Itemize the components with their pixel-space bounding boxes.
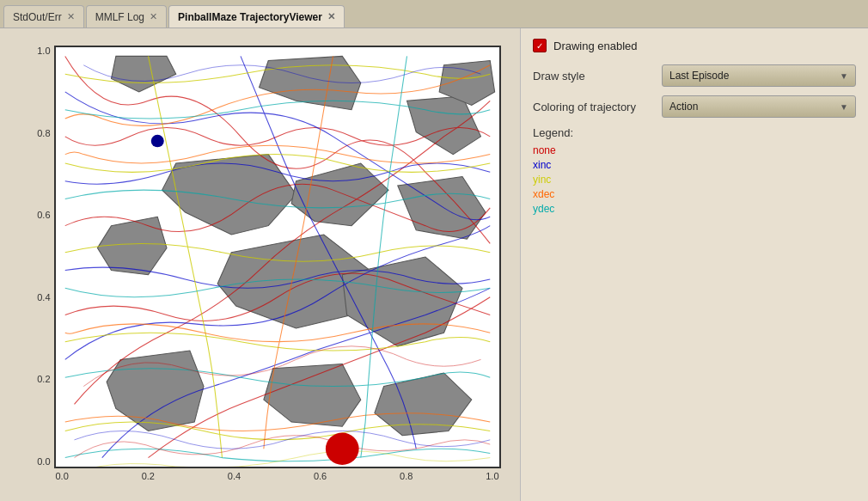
- y-label-0.4: 0.4: [37, 292, 50, 302]
- tab-mmlf-label: MMLF Log: [95, 11, 144, 23]
- y-label-0.6: 0.6: [37, 210, 50, 220]
- drawing-enabled-label: Drawing enabled: [553, 40, 638, 52]
- drawing-enabled-checkbox[interactable]: ✓: [533, 39, 547, 52]
- tab-stdout-label: StdOut/Err: [13, 11, 62, 23]
- legend-yinc: yinc: [533, 174, 856, 186]
- control-panel: ✓ Drawing enabled Draw style Last Episod…: [520, 28, 868, 501]
- tab-mmlf[interactable]: MMLF Log ✕: [86, 5, 167, 27]
- tab-bar: StdOut/Err ✕ MMLF Log ✕ PinballMaze Traj…: [0, 0, 868, 27]
- x-label-0.8: 0.8: [400, 471, 413, 481]
- svg-point-15: [325, 433, 358, 465]
- draw-style-value: Last Episode: [669, 70, 729, 82]
- coloring-dropdown[interactable]: Action ▼: [662, 95, 856, 118]
- x-label-0.4: 0.4: [228, 471, 241, 481]
- chart-container: 1.0 0.8 0.6 0.4 0.2 0.0: [20, 46, 501, 484]
- coloring-value: Action: [669, 101, 698, 113]
- x-axis: 0.0 0.2 0.4 0.6 0.8 1.0: [54, 468, 501, 484]
- legend-xdec: xdec: [533, 188, 856, 200]
- tab-stdout[interactable]: StdOut/Err ✕: [3, 5, 84, 27]
- legend-none: none: [533, 144, 856, 156]
- x-label-1.0: 1.0: [486, 471, 498, 481]
- x-label-0.0: 0.0: [56, 471, 69, 481]
- x-label-0.6: 0.6: [314, 471, 327, 481]
- legend-section: Legend: none xinc yinc xdec ydec: [533, 126, 856, 215]
- draw-style-row: Draw style Last Episode ▼: [533, 64, 856, 87]
- viewer-panel: 1.0 0.8 0.6 0.4 0.2 0.0: [0, 28, 520, 501]
- coloring-arrow: ▼: [840, 102, 848, 112]
- drawing-enabled-row: ✓ Drawing enabled: [533, 39, 856, 52]
- draw-style-arrow: ▼: [840, 71, 848, 81]
- tab-trajectory-label: PinballMaze TrajectoryViewer: [178, 11, 322, 23]
- main-content: 1.0 0.8 0.6 0.4 0.2 0.0: [0, 27, 868, 501]
- plot-area: [54, 46, 501, 468]
- coloring-row: Coloring of trajectory Action ▼: [533, 95, 856, 118]
- y-label-0.0: 0.0: [37, 456, 50, 467]
- legend-title: Legend:: [533, 126, 856, 139]
- y-label-0.8: 0.8: [37, 128, 50, 138]
- y-axis: 1.0 0.8 0.6 0.4 0.2 0.0: [20, 46, 54, 467]
- legend-xinc: xinc: [533, 159, 856, 171]
- draw-style-label: Draw style: [533, 70, 662, 82]
- y-label-0.2: 0.2: [37, 374, 50, 384]
- svg-point-14: [150, 135, 163, 148]
- tab-trajectory-close[interactable]: ✕: [327, 12, 335, 21]
- draw-style-dropdown[interactable]: Last Episode ▼: [662, 64, 856, 87]
- tab-mmlf-close[interactable]: ✕: [150, 12, 157, 21]
- trajectory-svg: [56, 47, 499, 467]
- coloring-label: Coloring of trajectory: [533, 101, 662, 113]
- y-label-1.0: 1.0: [37, 46, 50, 56]
- legend-ydec: ydec: [533, 203, 856, 215]
- tab-trajectory[interactable]: PinballMaze TrajectoryViewer ✕: [168, 5, 345, 27]
- tab-stdout-close[interactable]: ✕: [67, 12, 75, 21]
- x-label-0.2: 0.2: [142, 471, 155, 481]
